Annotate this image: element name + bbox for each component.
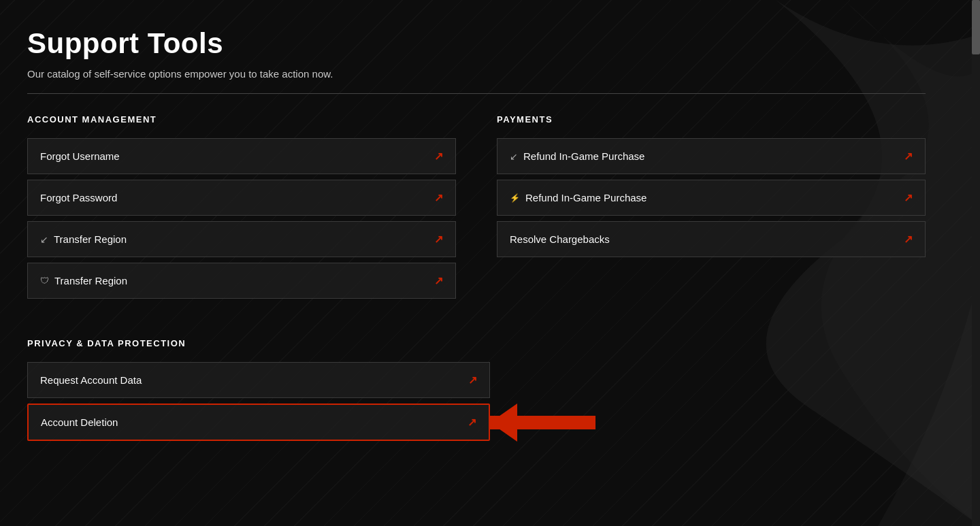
resolve-chargebacks-item[interactable]: Resolve Chargebacks ↗	[497, 221, 926, 257]
payments-heading: PAYMENTS	[497, 114, 926, 125]
forgot-username-arrow: ↗	[434, 150, 443, 163]
transfer-region-1-item[interactable]: ↙ Transfer Region ↗	[27, 221, 456, 257]
columns-wrapper: ACCOUNT MANAGEMENT Forgot Username ↗ For…	[27, 114, 926, 304]
account-management-column: ACCOUNT MANAGEMENT Forgot Username ↗ For…	[27, 114, 456, 304]
refund-ingame-2-arrow: ↗	[904, 191, 913, 204]
transfer-region-2-label: 🛡 Transfer Region	[40, 275, 127, 286]
payments-column: PAYMENTS ↙ Refund In-Game Purchase ↗ ⚡ R…	[497, 114, 926, 304]
privacy-heading: PRIVACY & DATA PROTECTION	[27, 338, 926, 348]
request-account-data-item[interactable]: Request Account Data ↗	[27, 362, 490, 398]
account-deletion-label: Account Deletion	[41, 416, 118, 428]
refund-ingame-1-item[interactable]: ↙ Refund In-Game Purchase ↗	[497, 138, 926, 174]
forgot-password-arrow: ↗	[434, 191, 443, 204]
account-deletion-arrow: ↗	[468, 416, 476, 429]
resolve-chargebacks-label: Resolve Chargebacks	[510, 233, 610, 245]
request-account-data-arrow: ↗	[468, 374, 477, 387]
transfer-region-2-icon: 🛡	[40, 276, 49, 286]
page-subtitle: Our catalog of self-service options empo…	[27, 68, 926, 80]
refund-ingame-1-arrow: ↗	[904, 150, 913, 163]
account-deletion-item[interactable]: Account Deletion ↗	[27, 404, 490, 441]
transfer-region-1-icon: ↙	[40, 234, 48, 245]
refund-ingame-1-label: ↙ Refund In-Game Purchase	[510, 150, 644, 162]
page-content: Support Tools Our catalog of self-servic…	[0, 0, 953, 509]
refund-ingame-2-item[interactable]: ⚡ Refund In-Game Purchase ↗	[497, 180, 926, 216]
scrollbar-thumb[interactable]	[972, 0, 980, 54]
scrollbar-track[interactable]	[972, 0, 980, 526]
refund-ingame-2-icon: ⚡	[510, 193, 520, 203]
red-arrow-indicator	[490, 404, 640, 442]
forgot-password-label: Forgot Password	[40, 192, 117, 203]
page-title: Support Tools	[27, 27, 926, 60]
request-account-data-label: Request Account Data	[40, 374, 142, 386]
transfer-region-2-item[interactable]: 🛡 Transfer Region ↗	[27, 263, 456, 299]
refund-ingame-1-icon: ↙	[510, 151, 518, 162]
account-management-heading: ACCOUNT MANAGEMENT	[27, 114, 456, 125]
resolve-chargebacks-arrow: ↗	[904, 233, 913, 246]
red-arrow-svg	[490, 404, 640, 442]
forgot-username-label: Forgot Username	[40, 150, 120, 162]
section-divider	[27, 93, 926, 94]
forgot-password-item[interactable]: Forgot Password ↗	[27, 180, 456, 216]
transfer-region-1-label: ↙ Transfer Region	[40, 233, 127, 245]
forgot-username-item[interactable]: Forgot Username ↗	[27, 138, 456, 174]
transfer-region-1-arrow: ↗	[434, 233, 443, 246]
transfer-region-2-arrow: ↗	[434, 274, 443, 287]
privacy-section: PRIVACY & DATA PROTECTION Request Accoun…	[27, 338, 926, 441]
refund-ingame-2-label: ⚡ Refund In-Game Purchase	[510, 192, 647, 203]
svg-marker-1	[490, 404, 517, 442]
